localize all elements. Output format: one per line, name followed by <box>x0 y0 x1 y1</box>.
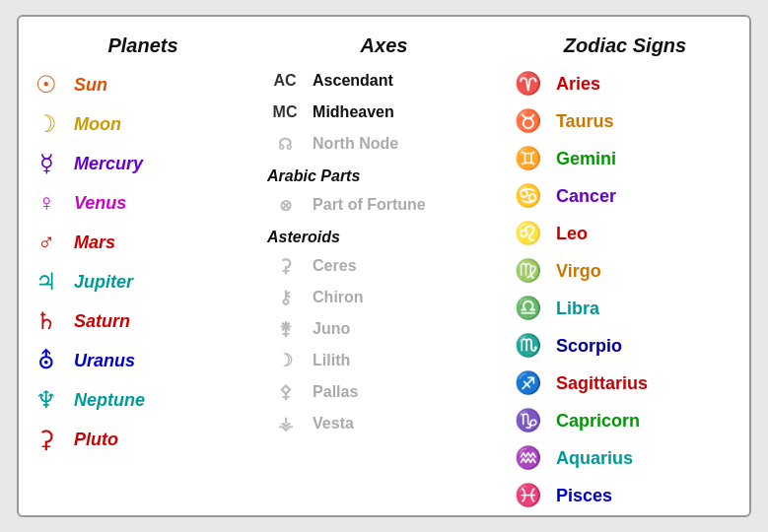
axis-symbol: ☊ <box>267 135 303 154</box>
zodiac-name: Virgo <box>556 261 601 282</box>
zodiac-row: ♑Capricorn <box>511 402 739 439</box>
planet-symbol: ☽ <box>29 110 64 138</box>
zodiac-row: ♍Virgo <box>511 252 739 290</box>
planet-name: Sun <box>74 75 107 96</box>
planet-symbol: ☿ <box>29 150 64 177</box>
asteroid-name: Ceres <box>313 257 356 275</box>
asteroid-row: ⚷Chiron <box>267 282 501 313</box>
zodiac-symbol: ♏ <box>511 333 546 359</box>
planet-symbol: ⚳ <box>29 426 64 453</box>
arabic-symbol: ⊗ <box>267 196 303 215</box>
zodiac-symbol: ♍ <box>511 258 546 284</box>
planet-name: Jupiter <box>74 272 133 293</box>
asteroid-row: ⚵Juno <box>267 313 501 345</box>
axis-name: Midheaven <box>313 103 394 121</box>
zodiac-symbol: ♑ <box>511 408 546 433</box>
planet-name: Moon <box>74 114 121 135</box>
zodiac-symbol: ♓ <box>511 483 546 508</box>
planet-row: ♄Saturn <box>29 301 257 341</box>
asteroid-name: Vesta <box>313 415 354 432</box>
zodiac-row: ♊Gemini <box>511 140 739 177</box>
asteroid-name: Juno <box>313 320 350 338</box>
planet-row: ♃Jupiter <box>29 262 257 301</box>
asteroid-symbol: ☽ <box>267 350 303 371</box>
zodiac-name: Leo <box>556 224 588 244</box>
planet-name: Mars <box>74 233 115 253</box>
zodiac-symbol: ♊ <box>511 146 546 171</box>
zodiac-symbol: ♎ <box>511 296 546 321</box>
planet-row: ⚳Pluto <box>29 420 257 459</box>
zodiac-symbol: ♋ <box>511 183 546 209</box>
planet-row: ♂Mars <box>29 223 257 262</box>
planet-symbol: ♄ <box>29 307 64 335</box>
asteroid-symbol: ⚵ <box>267 318 303 340</box>
planets-title: Planets <box>29 34 257 57</box>
zodiac-name: Aries <box>556 74 600 95</box>
zodiac-symbol: ♈ <box>511 71 546 97</box>
planet-row: ☉Sun <box>29 65 257 104</box>
asteroid-row: ⚶Vesta <box>267 408 501 439</box>
asteroid-symbol: ⚷ <box>267 287 303 308</box>
planet-symbol: ⛢ <box>29 347 64 374</box>
axis-name: Ascendant <box>313 72 393 90</box>
planet-name: Neptune <box>74 390 145 411</box>
zodiac-title: Zodiac Signs <box>511 34 739 57</box>
planet-row: ♆Neptune <box>29 380 257 420</box>
asteroid-name: Lilith <box>313 352 350 369</box>
axis-symbol: MC <box>267 103 303 121</box>
zodiac-row: ♓Pisces <box>511 477 739 514</box>
axis-name: North Node <box>313 135 398 153</box>
axis-row: ☊North Node <box>267 128 501 160</box>
zodiac-row: ♈Aries <box>511 65 739 102</box>
asteroids-title: Asteroids <box>267 229 501 246</box>
asteroid-row: ☽Lilith <box>267 345 501 376</box>
planet-row: ☿Mercury <box>29 144 257 183</box>
planet-name: Venus <box>74 193 126 214</box>
zodiac-row: ♒Aquarius <box>511 439 739 477</box>
asteroid-symbol: ⚶ <box>267 413 303 434</box>
axis-row: ACAscendant <box>267 65 501 97</box>
main-card: Planets ☉Sun☽Moon☿Mercury♀Venus♂Mars♃Jup… <box>17 15 751 517</box>
zodiac-row: ♌Leo <box>511 215 739 252</box>
asteroid-name: Chiron <box>313 289 364 306</box>
zodiac-row: ♎Libra <box>511 290 739 327</box>
asteroid-row: ⚳Ceres <box>267 250 501 282</box>
zodiac-name: Cancer <box>556 186 616 207</box>
zodiac-row: ♐Sagittarius <box>511 365 739 402</box>
zodiac-row: ♏Scorpio <box>511 327 739 365</box>
planet-row: ♀Venus <box>29 183 257 223</box>
planet-row: ⛢Uranus <box>29 341 257 380</box>
axes-column: Axes ACAscendantMCMidheaven☊North Node A… <box>257 34 501 505</box>
asteroid-row: ⚴Pallas <box>267 376 501 408</box>
zodiac-name: Gemini <box>556 149 616 169</box>
arabic-name: Part of Fortune <box>313 196 426 214</box>
axes-title: Axes <box>267 34 501 57</box>
zodiac-name: Sagittarius <box>556 373 648 394</box>
zodiac-column: Zodiac Signs ♈Aries♉Taurus♊Gemini♋Cancer… <box>501 34 739 505</box>
zodiac-name: Aquarius <box>556 448 633 469</box>
planet-name: Uranus <box>74 351 135 371</box>
planet-name: Pluto <box>74 430 118 450</box>
zodiac-row: ♋Cancer <box>511 177 739 215</box>
zodiac-name: Taurus <box>556 111 614 132</box>
zodiac-name: Pisces <box>556 486 612 506</box>
planet-name: Saturn <box>74 311 130 332</box>
zodiac-symbol: ♌ <box>511 221 546 246</box>
planet-symbol: ♃ <box>29 268 64 296</box>
asteroid-symbol: ⚳ <box>267 255 303 277</box>
planet-name: Mercury <box>74 154 143 174</box>
planets-column: Planets ☉Sun☽Moon☿Mercury♀Venus♂Mars♃Jup… <box>29 34 257 505</box>
arabic-parts-title: Arabic Parts <box>267 167 501 185</box>
asteroid-symbol: ⚴ <box>267 381 303 403</box>
zodiac-name: Scorpio <box>556 336 622 357</box>
planet-symbol: ♂ <box>29 229 64 256</box>
planet-symbol: ☉ <box>29 71 64 99</box>
zodiac-symbol: ♒ <box>511 445 546 471</box>
zodiac-symbol: ♐ <box>511 370 546 396</box>
zodiac-symbol: ♉ <box>511 108 546 134</box>
planet-row: ☽Moon <box>29 104 257 144</box>
zodiac-name: Libra <box>556 299 599 319</box>
planet-symbol: ♀ <box>29 189 64 217</box>
axis-symbol: AC <box>267 72 303 90</box>
asteroid-name: Pallas <box>313 383 358 401</box>
